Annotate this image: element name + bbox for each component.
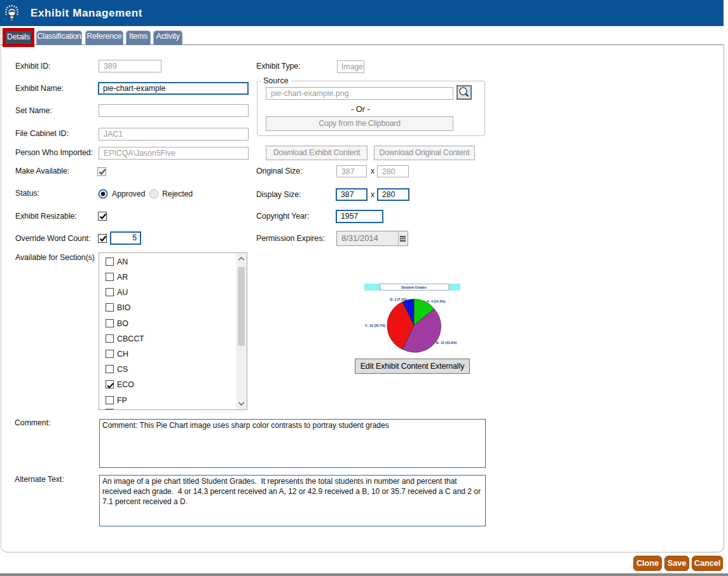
svg-text:Student Grades: Student Grades: [401, 285, 427, 289]
svg-text:D: 2 (7.1%): D: 2 (7.1%): [390, 298, 407, 301]
svg-text:A: 4 (14.3%): A: 4 (14.3%): [427, 299, 446, 303]
svg-text:B: 12 (42.9%): B: 12 (42.9%): [436, 341, 457, 345]
svg-text:C: 10 (35.7%): C: 10 (35.7%): [365, 324, 386, 327]
